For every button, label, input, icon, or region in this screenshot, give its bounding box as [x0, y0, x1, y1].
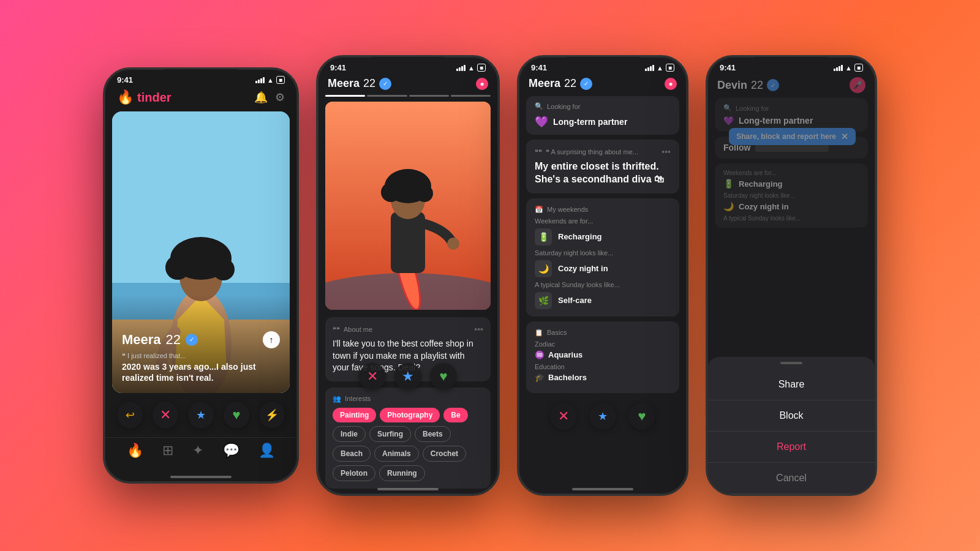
- svg-point-9: [200, 241, 219, 261]
- block-option[interactable]: Block: [707, 400, 875, 432]
- p4-lf-text: Long-term partner: [739, 116, 813, 126]
- rewind-button[interactable]: ↩: [117, 402, 143, 429]
- phone-1: 9:41 ▲ ■ 🔥 tinder 🔔 ⚙: [103, 67, 299, 484]
- verified-badge-2: ✓: [379, 78, 391, 90]
- signal-bars-2: [456, 65, 466, 71]
- interests-label-2: 👥 Interests: [333, 395, 483, 403]
- progress-2: [367, 95, 407, 97]
- sheet-handle: [780, 362, 802, 364]
- signal-bar: [650, 66, 652, 71]
- mic-icon-4: 🎤: [850, 77, 865, 93]
- interest-photography[interactable]: Photography: [380, 408, 440, 422]
- nav-explore[interactable]: ⊞: [162, 443, 173, 459]
- surfer-illustration: [325, 102, 491, 310]
- lf-text-3: Long-term partner: [553, 117, 627, 127]
- photo-action-btns: ✕ ★ ♥: [359, 363, 457, 390]
- cozy-icon-box: 🌙: [535, 260, 552, 277]
- nav-discover[interactable]: 🔥: [127, 443, 143, 459]
- signal-bar: [258, 80, 260, 83]
- signal-bars-1: [255, 77, 265, 83]
- header-icons: 🔔 ⚙: [254, 91, 285, 104]
- battery-icon-2: ■: [477, 64, 486, 72]
- verified-badge-4: ✓: [767, 79, 779, 91]
- share-block-tooltip[interactable]: Share, block and report here ✕: [729, 128, 856, 145]
- photo-super-btn[interactable]: ★: [394, 363, 421, 390]
- lf-label-text: Looking for: [547, 103, 580, 110]
- quote-icon-2: ❝❝: [333, 326, 340, 334]
- photo-like-btn[interactable]: ♥: [430, 363, 457, 390]
- basics-section-3: 📋 Basics Zodiac ♒ Aquarius Education 🎓: [526, 321, 679, 393]
- interest-indie[interactable]: Indie: [333, 426, 366, 442]
- boost-button[interactable]: ⚡: [259, 402, 285, 429]
- signal-bar: [456, 69, 458, 71]
- bell-icon[interactable]: 🔔: [254, 91, 268, 104]
- nav-profile[interactable]: 👤: [258, 443, 275, 459]
- record-icon-2[interactable]: ●: [476, 78, 488, 90]
- education-label: Education: [535, 363, 587, 370]
- lf-value-3: 💜 Long-term partner: [535, 115, 671, 129]
- filter-icon[interactable]: ⚙: [275, 91, 285, 104]
- p4-lf-label: 🔍 Looking for: [723, 104, 859, 112]
- super-like-button[interactable]: ★: [188, 402, 214, 429]
- cozy-text-4: Cozy night in: [739, 202, 789, 211]
- svg-point-21: [447, 238, 459, 250]
- p4-name: Devin: [717, 79, 747, 92]
- p4-looking-for: 🔍 Looking for 💜 Long-term partner: [715, 98, 868, 132]
- record-icon-3[interactable]: ●: [665, 78, 677, 90]
- nope-button-3[interactable]: ✕: [550, 403, 577, 430]
- like-button[interactable]: ♥: [224, 402, 249, 429]
- lf-label-3: 🔍 Looking for: [535, 102, 671, 110]
- status-time-4: 9:41: [720, 63, 736, 72]
- like-button-3[interactable]: ♥: [628, 403, 655, 430]
- interest-beets[interactable]: Beets: [415, 426, 451, 442]
- profile-card-1[interactable]: Meera 22 ✓ ↑ ❝ I just realized that... 2…: [112, 111, 290, 393]
- super-button-3[interactable]: ★: [589, 403, 616, 430]
- boost-btn-overlay[interactable]: ↑: [263, 331, 280, 348]
- cancel-option[interactable]: Cancel: [707, 463, 875, 494]
- svg-point-7: [213, 258, 235, 280]
- interest-be[interactable]: Be: [443, 408, 467, 422]
- report-option[interactable]: Report: [707, 432, 875, 463]
- quote-label-1: ❝ I just realized that...: [122, 352, 280, 360]
- more-dots-2[interactable]: •••: [474, 324, 483, 334]
- tooltip-close-btn[interactable]: ✕: [841, 132, 848, 141]
- signal-bars-4: [834, 65, 843, 71]
- photo-nope-btn[interactable]: ✕: [359, 363, 386, 390]
- weekends-label-text: My weekends: [547, 206, 588, 213]
- p4-recharging: 🔋 Recharging: [723, 179, 859, 189]
- share-option[interactable]: Share: [707, 369, 875, 400]
- interest-running[interactable]: Running: [379, 465, 425, 481]
- p4-lf-value: 💜 Long-term partner: [723, 116, 859, 126]
- nav-messages[interactable]: 💬: [223, 443, 239, 459]
- prompt-label-3: ❝❝ ❝ A surprising thing about me... •••: [535, 147, 671, 157]
- signal-bar: [652, 65, 654, 71]
- nope-button[interactable]: ✕: [153, 402, 178, 429]
- interest-beach[interactable]: Beach: [333, 446, 371, 462]
- battery-icon: ■: [276, 76, 285, 84]
- basics-label-3: 📋 Basics: [535, 329, 671, 337]
- weekends-sub-3: A typical Sunday looks like...: [535, 281, 671, 288]
- notch-1: [164, 69, 238, 86]
- action-buttons-1: ↩ ✕ ★ ♥ ⚡: [105, 393, 297, 437]
- basics-icon-3: 📋: [535, 329, 543, 337]
- weekends-label-3: 📅 My weekends: [535, 206, 671, 214]
- interest-painting[interactable]: Painting: [333, 408, 376, 422]
- profile-name-row-1: Meera 22 ✓ ↑: [122, 331, 280, 348]
- education-text: Bachelors: [548, 373, 587, 382]
- wifi-icon-4: ▲: [845, 64, 852, 72]
- interest-crochet[interactable]: Crochet: [423, 446, 466, 462]
- photo-area-2[interactable]: [325, 102, 491, 310]
- weekend-item-selfcare: 🌿 Self-care: [535, 292, 671, 309]
- nav-gold[interactable]: ✦: [192, 443, 203, 459]
- quote-section-1: ❝ I just realized that... 2020 was 3 yea…: [122, 352, 280, 383]
- progress-4: [451, 95, 491, 97]
- tinder-header: 🔥 tinder 🔔 ⚙: [105, 87, 297, 111]
- lf-emoji-3: 💜: [535, 115, 548, 129]
- phone-4: 9:41 ▲ ■ Devin 22 ✓ 🎤: [706, 55, 877, 496]
- selfcare-icon-box: 🌿: [535, 292, 552, 309]
- interest-surfing[interactable]: Surfing: [369, 426, 411, 442]
- interest-peloton[interactable]: Peloton: [333, 465, 375, 481]
- p4-name-row: Devin 22 ✓: [717, 79, 779, 92]
- interest-animals[interactable]: Animals: [374, 446, 419, 462]
- more-dots-3[interactable]: •••: [662, 147, 671, 157]
